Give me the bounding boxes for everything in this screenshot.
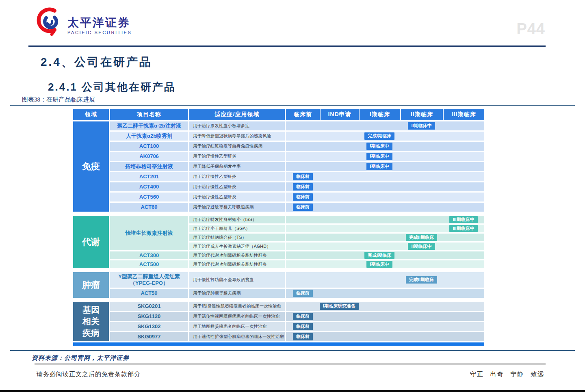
project-name: ACT100: [110, 142, 188, 151]
table-section-3: 基因相关疾病SKG0201用于Ⅰ型脊髓性肌萎缩症患者的临床一次性治愈I期临床研究…: [73, 302, 484, 341]
stage-badge: III期临床中: [449, 216, 477, 223]
stage-badge: 临床前: [293, 313, 313, 320]
indication-text: 用于慢性肾功能不全导致的贫血: [189, 272, 285, 288]
project-name: ACT50: [110, 289, 188, 298]
pipeline-table: 领域 项目名称 适应症/应用领域 临床前IND申请I期临床II期临床III期临床…: [73, 109, 484, 346]
stage-track: 临床前: [286, 172, 484, 181]
stage-track: II期临床中: [286, 243, 484, 250]
stage-badge: I期临床中: [366, 153, 392, 160]
indication-text: 用于治疗慢性乙型肝炎: [189, 193, 285, 201]
source-underline: [35, 363, 546, 365]
stage-track: 临床前: [286, 289, 484, 298]
section-label: 代谢: [73, 216, 109, 268]
stage-track: I期临床研究准备: [286, 302, 484, 311]
stage-track: II期临床中: [286, 121, 484, 130]
stage-badge: II期临床中: [408, 122, 435, 129]
stage-badge: I期临床中: [366, 163, 392, 170]
stage-badge: 临床前: [293, 183, 313, 190]
indication-text: 用于降低子痫前期发生率: [189, 162, 285, 171]
indication-text: 用于治疗原发性血小板增多症: [189, 121, 285, 130]
figure-caption: 图表38：在研产品临床进展: [22, 96, 95, 104]
column-header-stage: III期临床: [443, 109, 484, 120]
stage-badge: 完成II期临床: [406, 276, 437, 283]
column-header-project: 项目名称: [110, 109, 188, 120]
project-name: 怡培生长激素注射液: [110, 216, 188, 250]
project-name: 拓培非格司亭注射液: [110, 162, 188, 171]
table-section-1: 代谢怡培生长激素注射液用于治疗特发性身材矮小（ISS）III期临床中用于治疗小于…: [73, 216, 484, 268]
section-title: 2.4、公司在研产品: [41, 54, 152, 70]
indication-text: 用于治疗代谢功能障碍相关脂肪性肝炎: [189, 251, 285, 259]
stage-badge: 临床前: [293, 290, 313, 297]
stage-track: 临床前: [286, 312, 484, 321]
indication-text: 用于治疗特发性身材矮小（ISS）: [189, 216, 285, 223]
project-name: ACT60: [110, 203, 188, 212]
page-bottom-bar: [0, 390, 585, 392]
stage-badge: 临床前: [293, 204, 313, 210]
table-header-row: 领域 项目名称 适应症/应用领域 临床前IND申请I期临床II期临床III期临床: [73, 109, 484, 120]
project-name: Y型聚乙二醇重组人促红素（YPEG-EPO）: [110, 272, 188, 288]
column-header-field: 领域: [73, 109, 109, 120]
stage-badge: 临床前: [293, 323, 313, 330]
page-number: P44: [516, 20, 545, 38]
table-section-2: 肿瘤Y型聚乙二醇重组人促红素（YPEG-EPO）用于慢性肾功能不全导致的贫血完成…: [73, 272, 484, 298]
disclaimer-text: 请务必阅读正文之后的免责条款部分: [37, 370, 141, 378]
table-header-stages: 临床前IND申请I期临床II期临床III期临床: [286, 109, 484, 120]
indication-text: 用于Ⅰ型脊髓性肌萎缩症患者的临床一次性治愈: [189, 302, 285, 311]
indication-text: 用于地图样萎缩患者的临床一次性治愈: [189, 322, 285, 331]
stage-badge: II期临床中: [408, 243, 435, 250]
stage-track: 临床前: [286, 182, 484, 191]
pacific-securities-logo-icon: [36, 6, 63, 37]
stage-badge: 完成II期临床: [406, 234, 437, 241]
section-label: 肿瘤: [73, 272, 109, 298]
indication-text: 用于治疗特纳综合征（TS）: [189, 234, 285, 241]
footer-top-divider: [10, 350, 575, 351]
company-motto: 守正 出奇 宁静 致远: [470, 370, 544, 378]
brand-name-cn: 太平洋证券: [67, 17, 132, 28]
project-name: ACT400: [110, 182, 188, 191]
stage-track: I期临床中: [286, 142, 484, 151]
indication-text: 用于治疗小于胎龄儿（SGA）: [189, 225, 285, 232]
project-name: SKG0201: [110, 302, 188, 311]
indication-text: 用于治疗过敏等相关呼吸道疾病: [189, 203, 285, 212]
table-body: 免疫聚乙二醇干扰素α-2b注射液用于治疗原发性血小板增多症II期临床中人干扰素α…: [73, 121, 484, 341]
column-header-stage: II期临床: [400, 109, 443, 120]
table-bottom-bar: [73, 342, 484, 346]
indication-text: 用于遗传性视网膜疾病患者的临床一次性治愈: [189, 312, 285, 321]
stage-track: 临床前: [286, 193, 484, 201]
project-name: ACT300: [110, 251, 188, 259]
project-name: ACT500: [110, 260, 188, 268]
subsection-title: 2.4.1 公司其他在研产品: [48, 80, 176, 94]
stage-track: 完成II期临床: [286, 272, 484, 288]
project-name: SKG0977: [110, 332, 188, 341]
stage-track: 临床前: [286, 332, 484, 341]
stage-track: I期临床中: [286, 162, 484, 171]
stage-track: I期临床中: [286, 260, 484, 268]
stage-track: 临床前: [286, 203, 484, 212]
stage-track: III期临床中: [286, 225, 484, 232]
indication-text: 用于治疗代谢功能障碍相关脂肪性肝炎: [189, 260, 285, 268]
stage-track: 完成II期临床: [286, 234, 484, 241]
data-source-note: 资料来源：公司官网，太平洋证券: [32, 354, 129, 362]
indication-text: 用于遗传性扩张型心肌病患者的临床一次性治愈: [189, 332, 285, 341]
stage-badge: 临床前: [293, 193, 313, 200]
project-name: SKG1302: [110, 322, 188, 331]
project-name: ACT560: [110, 193, 188, 201]
stage-badge: 临床前: [293, 173, 313, 180]
project-name: 聚乙二醇干扰素α-2b注射液: [110, 121, 188, 130]
column-header-stage: I期临床: [359, 109, 400, 120]
stage-track: I期临床中: [286, 152, 484, 161]
column-header-stage: IND申请: [320, 109, 359, 120]
table-section-0: 免疫聚乙二醇干扰素α-2b注射液用于治疗原发性血小板增多症II期临床中人干扰素α…: [73, 121, 484, 212]
brand-text: 太平洋证券 PACIFIC SECURITIES: [67, 8, 132, 35]
indication-text: 用于治疗慢性乙型肝炎: [189, 182, 285, 191]
column-header-stage: 临床前: [286, 109, 320, 120]
project-name: SKG1120: [110, 312, 188, 321]
stage-track: 完成I期临床: [286, 251, 484, 259]
stage-badge: 完成I期临床: [364, 252, 394, 259]
stage-track: 临床前: [286, 322, 484, 331]
indication-text: 用于治疗肿瘤等相关疾病: [189, 289, 285, 298]
section-label: 免疫: [73, 121, 109, 212]
stage-track: III期临床中: [286, 216, 484, 223]
stage-badge: 完成I期临床: [364, 132, 394, 139]
stage-badge: I期临床中: [366, 261, 392, 268]
